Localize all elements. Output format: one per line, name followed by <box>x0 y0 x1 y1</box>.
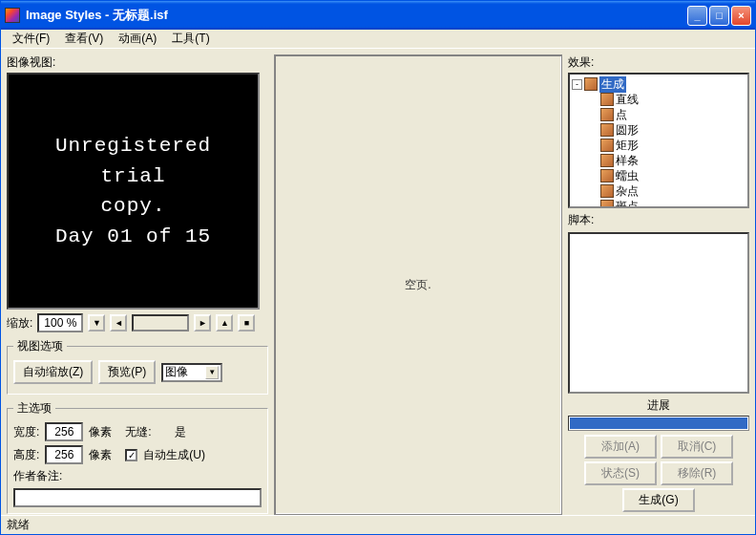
height-input[interactable]: 256 <box>45 445 83 464</box>
main-options-group: 主选项 宽度: 256 像素 无缝: 是 高度: 256 像素 ✓ 自动生成(U… <box>7 400 268 514</box>
tree-item[interactable]: 样条 <box>572 153 746 168</box>
titlebar[interactable]: Image Styles - 无标题.isf _ □ × <box>1 1 755 30</box>
author-input[interactable] <box>13 488 262 507</box>
tree-item[interactable]: 蠕虫 <box>572 168 746 183</box>
image-view-label: 图像视图: <box>7 54 268 71</box>
menu-view[interactable]: 查看(V) <box>57 29 111 49</box>
cancel-button[interactable]: 取消(C) <box>661 435 733 459</box>
app-window: Image Styles - 无标题.isf _ □ × 文件(F) 查看(V)… <box>0 0 756 535</box>
close-button[interactable]: × <box>731 6 751 26</box>
effects-tree[interactable]: - 生成 直线 点 圆形 矩形 样条 蠕虫 杂点 斑点 <box>568 73 749 208</box>
seamless-label: 无缝: <box>125 424 151 440</box>
image-preview: Unregistered trial copy. Day 01 of 15 <box>7 73 260 310</box>
effect-icon <box>600 200 614 208</box>
effect-icon <box>600 93 614 106</box>
chevron-down-icon: ▼ <box>205 366 219 379</box>
left-column: 图像视图: Unregistered trial copy. Day 01 of… <box>7 54 268 515</box>
status-text: 就绪 <box>7 517 30 533</box>
script-box[interactable] <box>568 232 749 394</box>
zoom-down-button[interactable]: ▼ <box>88 314 105 332</box>
progress-label: 进展 <box>647 398 670 412</box>
tree-root[interactable]: - 生成 <box>572 76 746 92</box>
effects-label: 效果: <box>568 54 749 71</box>
page-canvas[interactable]: 空页. <box>274 54 562 515</box>
add-button[interactable]: 添加(A) <box>584 435 657 459</box>
height-unit: 像素 <box>89 447 112 463</box>
zoom-fit-button[interactable]: ■ <box>238 314 255 332</box>
generate-button[interactable]: 生成(G) <box>622 488 695 512</box>
script-label: 脚本: <box>568 212 749 228</box>
effect-icon <box>600 184 614 198</box>
view-options-legend: 视图选项 <box>13 338 67 354</box>
right-column: 效果: - 生成 直线 点 圆形 矩形 样条 蠕虫 杂点 斑点 脚本: 进展 <box>568 54 749 515</box>
collapse-icon[interactable]: - <box>572 79 582 90</box>
app-icon <box>5 8 20 23</box>
minimize-button[interactable]: _ <box>687 6 707 26</box>
preview-button[interactable]: 预览(P) <box>98 360 156 384</box>
main-options-legend: 主选项 <box>13 400 55 417</box>
tree-item[interactable]: 直线 <box>572 92 746 107</box>
seamless-value: 是 <box>158 424 186 440</box>
image-mode-value: 图像 <box>165 364 188 380</box>
zoom-up-button[interactable]: ▲ <box>216 314 233 332</box>
status-button[interactable]: 状态(S) <box>584 461 657 485</box>
width-unit: 像素 <box>89 424 112 440</box>
tree-root-label: 生成 <box>599 76 626 93</box>
zoom-slider[interactable] <box>132 314 189 332</box>
effect-icon <box>600 108 614 121</box>
zoom-label: 缩放: <box>7 315 32 332</box>
width-label: 宽度: <box>13 424 39 440</box>
effect-icon <box>600 154 614 167</box>
progress-bar <box>568 416 749 431</box>
client-area: 图像视图: Unregistered trial copy. Day 01 of… <box>1 49 755 515</box>
auto-zoom-button[interactable]: 自动缩放(Z) <box>13 360 93 384</box>
tree-item[interactable]: 杂点 <box>572 183 746 199</box>
view-options-group: 视图选项 自动缩放(Z) 预览(P) 图像 ▼ <box>7 338 268 395</box>
menubar: 文件(F) 查看(V) 动画(A) 工具(T) <box>1 30 755 49</box>
autogen-checkbox[interactable]: ✓ <box>125 449 137 461</box>
width-input[interactable]: 256 <box>45 422 83 441</box>
folder-icon <box>584 77 598 91</box>
slider-left-button[interactable]: ◄ <box>110 314 127 332</box>
remove-button[interactable]: 移除(R) <box>661 461 733 485</box>
empty-page-text: 空页. <box>405 277 430 293</box>
effect-icon <box>600 169 614 182</box>
menu-file[interactable]: 文件(F) <box>5 29 57 49</box>
image-mode-combo[interactable]: 图像 ▼ <box>161 363 222 382</box>
maximize-button[interactable]: □ <box>709 6 729 26</box>
menu-tools[interactable]: 工具(T) <box>164 29 217 49</box>
zoom-row: 缩放: 100 % ▼ ◄ ► ▲ ■ <box>7 313 268 332</box>
tree-item[interactable]: 斑点 <box>572 199 746 208</box>
slider-right-button[interactable]: ► <box>194 314 211 332</box>
height-label: 高度: <box>13 447 39 463</box>
window-title: Image Styles - 无标题.isf <box>26 7 685 24</box>
tree-item[interactable]: 点 <box>572 107 746 122</box>
effect-icon <box>600 139 614 152</box>
tree-item[interactable]: 圆形 <box>572 122 746 138</box>
author-label: 作者备注: <box>13 468 62 484</box>
middle-column: 空页. <box>274 54 562 515</box>
statusbar: 就绪 <box>1 515 755 534</box>
progress-section: 进展 添加(A) 取消(C) 状态(S) 移除(R) 生成(G) <box>568 397 749 515</box>
effect-icon <box>600 123 614 137</box>
zoom-value: 100 % <box>37 313 83 332</box>
menu-anim[interactable]: 动画(A) <box>111 29 164 49</box>
autogen-label: 自动生成(U) <box>143 447 205 463</box>
tree-item[interactable]: 矩形 <box>572 138 746 153</box>
